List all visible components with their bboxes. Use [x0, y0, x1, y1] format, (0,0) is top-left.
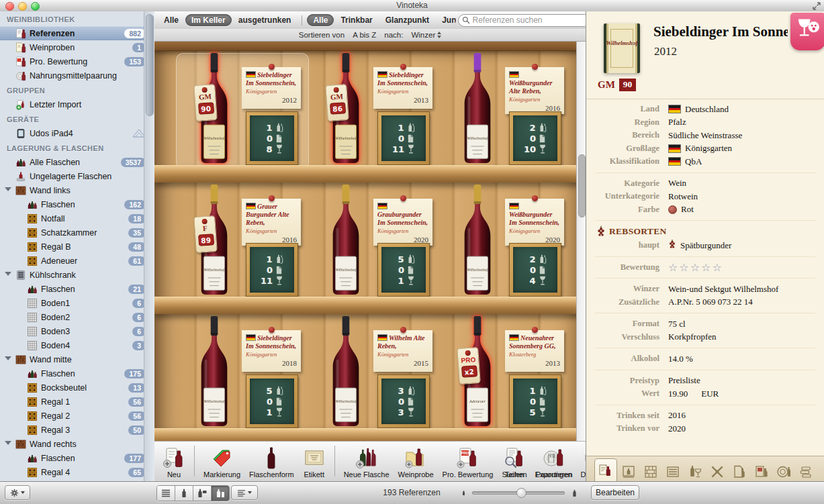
wine-bottle[interactable]: Wilhelmshof	[458, 183, 497, 297]
toolbar-item-flaschenform[interactable]: Flaschenform	[249, 448, 294, 479]
tab-tasting[interactable]	[684, 461, 706, 482]
disclosure-triangle-icon[interactable]	[5, 356, 11, 360]
sidebar-item-weinproben[interactable]: Weinproben 1	[0, 40, 154, 54]
wine-bottle[interactable]: Wilhelmshof	[458, 51, 497, 165]
sort-order-control[interactable]: A bis Z	[353, 31, 376, 39]
tab-notes[interactable]	[729, 461, 750, 482]
sidebar-item-boden4[interactable]: Boden4 3	[0, 338, 154, 352]
sidebar-item-kühlschrank[interactable]: Kühlschrank	[0, 268, 154, 282]
sidebar-item-boden3[interactable]: Boden3 6	[0, 324, 154, 338]
tab-pairing[interactable]	[773, 461, 794, 482]
slider-track[interactable]	[472, 491, 565, 495]
sidebar-item-bocksbeutel[interactable]: Bocksbeutel 13	[0, 381, 154, 395]
filter-button-alle[interactable]: Alle	[158, 14, 185, 26]
sidebar-item-wand-rechts[interactable]: Wand rechts	[0, 437, 154, 451]
toolbar-item-paarungen[interactable]: Paarungen Exportieren	[536, 448, 572, 479]
wine-bottle[interactable]: Wilhelmshof	[326, 314, 365, 428]
sidebar-item-regal-1[interactable]: Regal 1 56	[0, 395, 154, 409]
sidebar-item-letzter-import[interactable]: Letzter Import	[0, 97, 154, 111]
sidebar-item-flaschen[interactable]: Flaschen 162	[0, 197, 154, 211]
bottle-area[interactable]: Wilhelmshof	[326, 183, 365, 297]
view-bottle-label-segment[interactable]	[193, 486, 212, 501]
slider-thumb[interactable]	[516, 488, 527, 498]
wine-note-card[interactable]: Siebeldinger Im Sonnenschein, Königsgart…	[373, 67, 432, 109]
sidebar-item-regal-b[interactable]: Regal B 48	[0, 240, 154, 254]
tab-details[interactable]	[594, 458, 617, 482]
toolbar-item-weinprobe[interactable]: Weinprobe	[398, 448, 434, 479]
toolbar-item-neue-flasche[interactable]: Neue Flasche	[344, 448, 390, 479]
wine-note-card[interactable]: Weißburgunder Im Sonnenschein, Königsgar…	[505, 199, 564, 246]
filter-button-ausgetrunken[interactable]: ausgetrunken	[232, 14, 297, 26]
bottle-area[interactable]: Wilhelmshof	[326, 314, 365, 429]
sidebar-item-nahrungsmittelpaarung[interactable]: Nahrungsmittelpaarung	[0, 68, 154, 83]
zoom-slider[interactable]	[461, 486, 579, 500]
sidebar-item-flaschen[interactable]: Flaschen 21	[0, 282, 154, 296]
sidebar-scrollbar-thumb[interactable]	[146, 14, 154, 116]
wine-note-card[interactable]: Wilhelm Alte Reben, Königsgarten 2015	[373, 330, 432, 372]
sidebar-item-flaschen[interactable]: Flaschen 177	[0, 451, 154, 465]
bottle-area[interactable]: Wilhelmshof	[458, 51, 497, 166]
wine-slot[interactable]: Wilhelmshof Grauburgunder Im Sonnenschei…	[316, 183, 447, 314]
sidebar-item-flaschen[interactable]: Flaschen 175	[0, 366, 154, 381]
view-list-segment[interactable]	[157, 486, 175, 501]
bottle-area[interactable]: Adeneuer PRO x2	[458, 314, 497, 429]
zoom-window-icon[interactable]	[31, 2, 40, 11]
tab-storage[interactable]	[640, 461, 661, 482]
wine-note-card[interactable]: Grauburgunder Im Sonnenschein, Königsgar…	[373, 199, 432, 246]
cellar-scrollbar-thumb[interactable]	[578, 154, 586, 217]
wine-slot[interactable]: Wilhelmshof GM 86 Siebeldinger Im Sonnen…	[316, 51, 447, 183]
sort-key-dropdown[interactable]: Winzer	[411, 31, 441, 39]
sidebar-item-wand-links[interactable]: Wand links	[0, 183, 154, 197]
action-gear-button[interactable]	[5, 485, 30, 500]
view-bottles-segment[interactable]	[175, 486, 193, 501]
sidebar-item-regal-3[interactable]: Regal 3 50	[0, 423, 154, 437]
sidebar-item-schatzkammer[interactable]: Schatzkammer 35	[0, 225, 154, 240]
toolbar-item-neu[interactable]: Neu	[163, 448, 185, 479]
sidebar-item-udos-ipad4[interactable]: Udos iPad4	[0, 126, 154, 140]
tab-crate[interactable]	[662, 461, 684, 482]
sidebar-item-wand-mitte[interactable]: Wand mitte	[0, 352, 154, 366]
filter-button-im-keller[interactable]: Im Keller	[185, 14, 232, 26]
view-shelf-segment[interactable]	[212, 486, 229, 501]
wine-slot[interactable]: Wilhelmshof Weißburgunder Alte Reben, Kö…	[447, 51, 579, 183]
sidebar-item-pro-bewertung[interactable]: Pro. Bewertung 153	[0, 54, 154, 68]
wine-note-card[interactable]: Neuenahrer Sonnenberg GG, Klosterberg 20…	[505, 330, 564, 372]
sidebar-item-adeneuer[interactable]: Adeneuer 61	[0, 254, 154, 268]
disclosure-triangle-icon[interactable]	[5, 187, 11, 191]
wine-note-card[interactable]: Siebeldinger Im Sonnenschein, Königsgart…	[242, 330, 301, 372]
sidebar-item-alle-flaschen[interactable]: Alle Flaschen 3537	[0, 155, 154, 169]
title-bar[interactable]: Vinoteka	[0, 0, 824, 12]
bottle-area[interactable]: Wilhelmshof GM 90	[195, 51, 234, 166]
sidebar-item-referenzen[interactable]: Referenzen 882	[0, 26, 154, 40]
close-window-icon[interactable]	[5, 2, 14, 11]
wine-slot[interactable]: Wilhelmshof Weißburgunder Im Sonnenschei…	[447, 183, 579, 314]
bottle-area[interactable]: Wilhelmshof	[195, 314, 234, 429]
sidebar-item-regal-4[interactable]: Regal 4 65	[0, 465, 154, 479]
disclosure-triangle-icon[interactable]	[5, 272, 11, 276]
search-input[interactable]	[458, 14, 591, 27]
wine-slot[interactable]: Wilhelmshof Wilhelm Alte Reben, Königsga…	[316, 314, 447, 444]
wine-label-thumbnail[interactable]: Wilhelmshof	[604, 23, 640, 73]
toolbar-item-suchen[interactable]: Suchen Teilen	[502, 448, 527, 479]
wine-bottle[interactable]: Wilhelmshof	[195, 314, 234, 428]
sidebar-item-regal-2[interactable]: Regal 2 56	[0, 409, 154, 423]
cellar-scrollbar[interactable]	[576, 42, 586, 444]
tab-label[interactable]	[618, 461, 639, 482]
toolbar-item-etikett[interactable]: Etikett	[303, 448, 326, 479]
bottle-area[interactable]: Wilhelmshof F 89	[195, 183, 234, 297]
bottle-area[interactable]: Wilhelmshof GM 86	[326, 51, 365, 166]
sidebar-scrollbar[interactable]	[144, 11, 154, 482]
wine-note-card[interactable]: Grauer Burgunder Alte Reben, Königsgarte…	[242, 199, 301, 246]
sidebar-item-boden1[interactable]: Boden1 6	[0, 296, 154, 310]
wine-note-card[interactable]: Weißburgunder Alte Reben, Königsgarten 2…	[505, 67, 564, 114]
wine-slot[interactable]: Adeneuer PRO x2 Neuenahrer Sonnenberg GG…	[447, 314, 579, 444]
tab-pro[interactable]	[751, 461, 772, 482]
sidebar-item-ungelagerte-flaschen[interactable]: Ungelagerte Flaschen	[0, 169, 154, 183]
group-options-button[interactable]	[231, 485, 258, 500]
edit-button[interactable]: Bearbeiten	[591, 485, 639, 500]
wine-slot[interactable]: Wilhelmshof Siebeldinger Im Sonnenschein…	[184, 314, 316, 444]
wine-bottle[interactable]: Wilhelmshof	[326, 183, 365, 297]
fullscreen-icon[interactable]	[813, 2, 821, 10]
toolbar-item-markierung[interactable]: Markierung	[203, 448, 240, 479]
wine-slot[interactable]: Wilhelmshof F 89 Grauer Burgunder Alte R…	[184, 183, 316, 314]
